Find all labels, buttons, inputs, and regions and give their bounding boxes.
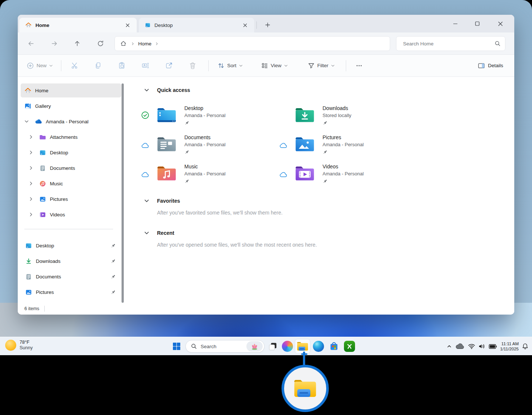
sidebar-item-label: Desktop (36, 243, 54, 248)
tab-home-close-icon[interactable] (123, 20, 132, 30)
sidebar-item-desktop[interactable]: Desktop (21, 145, 121, 160)
search-box[interactable] (396, 36, 505, 51)
sidebar-item-attachments[interactable]: Attachments (21, 130, 121, 144)
chevron-right-icon[interactable] (29, 150, 33, 155)
close-button[interactable] (492, 15, 509, 32)
share-button[interactable] (160, 58, 177, 73)
chevron-down-icon[interactable] (24, 119, 29, 124)
file-explorer-taskbar-button[interactable] (295, 339, 310, 354)
sidebar-item-label: Attachments (50, 134, 78, 140)
wifi-icon[interactable] (468, 343, 475, 349)
copilot-button[interactable] (281, 340, 294, 353)
breadcrumb-item[interactable]: Home (138, 41, 151, 47)
desktop-tab-icon (145, 22, 151, 28)
forward-button[interactable] (48, 37, 61, 50)
details-button[interactable]: Details (475, 58, 506, 73)
pin-icon (323, 179, 328, 184)
copy-button[interactable] (89, 58, 106, 73)
sidebar-pinned-downloads[interactable]: Downloads (21, 254, 121, 268)
tile-subtitle: Stored locally (323, 112, 351, 119)
battery-icon[interactable] (489, 344, 497, 349)
collapse-chevron-icon[interactable] (144, 230, 149, 236)
tray-chevron-icon[interactable] (447, 344, 452, 349)
breadcrumb-chevron-icon[interactable] (155, 42, 158, 45)
sidebar-item-documents[interactable]: Documents (21, 161, 121, 175)
view-button[interactable]: View (258, 58, 291, 73)
sidebar-pinned-desktop[interactable]: Desktop (21, 239, 121, 253)
maximize-button[interactable] (469, 15, 486, 32)
sidebar-item-label: Pictures (50, 196, 68, 202)
quick-access-tile-documents[interactable]: Documents Amanda - Personal (159, 134, 297, 155)
filter-button[interactable]: Filter (305, 58, 338, 73)
quick-access-tile-videos[interactable]: Videos Amanda - Personal (297, 163, 435, 184)
quick-access-tile-music[interactable]: Music Amanda - Personal (159, 163, 297, 184)
chevron-right-icon[interactable] (29, 197, 33, 201)
section-title: Favorites (157, 198, 180, 204)
up-button[interactable] (71, 37, 83, 50)
widgets-weather-button[interactable]: 78°F Sunny (5, 340, 33, 351)
sidebar-pinned-pictures[interactable]: Pictures (21, 285, 121, 299)
back-button[interactable] (25, 37, 37, 50)
onedrive-tray-icon[interactable] (455, 343, 465, 350)
bell-icon[interactable] (522, 343, 528, 350)
section-recent[interactable]: Recent (144, 229, 514, 237)
sidebar-item-onedrive[interactable]: Amanda - Personal (21, 114, 121, 128)
more-button[interactable] (351, 58, 368, 73)
chevron-down-icon (49, 64, 53, 68)
sidebar-item-music[interactable]: Music (21, 176, 121, 191)
downloads-icon (25, 258, 32, 265)
volume-icon[interactable] (478, 343, 485, 349)
share-icon (165, 62, 173, 69)
search-highlight-capsule (246, 341, 263, 351)
delete-button[interactable] (184, 58, 201, 73)
edge-button[interactable] (312, 340, 325, 353)
clock[interactable]: 11:11 AM 1/11/2025 (500, 341, 519, 351)
quick-access-tile-desktop[interactable]: Desktop Amanda - Personal (159, 105, 297, 126)
task-view-button[interactable] (266, 340, 279, 353)
new-button[interactable]: New (23, 58, 57, 73)
sidebar-item-gallery[interactable]: Gallery (21, 99, 121, 113)
sidebar-pinned-documents[interactable]: Documents (21, 270, 121, 284)
cut-button[interactable] (66, 58, 83, 73)
collapse-chevron-icon[interactable] (144, 198, 149, 203)
chevron-right-icon[interactable] (29, 166, 33, 170)
store-button[interactable] (327, 340, 341, 353)
sidebar-item-videos[interactable]: Videos (21, 208, 121, 222)
quick-access-tile-downloads[interactable]: Downloads Stored locally (297, 105, 435, 126)
xbox-button[interactable] (343, 340, 356, 353)
sidebar-scrollbar[interactable] (122, 83, 124, 303)
lotus-icon (250, 343, 259, 350)
sort-button[interactable]: Sort (215, 58, 246, 73)
paste-button[interactable] (113, 58, 130, 73)
tab-desktop-close-icon[interactable] (240, 20, 250, 30)
delete-icon (189, 62, 197, 69)
taskbar-search-input[interactable] (200, 343, 246, 350)
collapse-chevron-icon[interactable] (144, 88, 149, 93)
refresh-button[interactable] (94, 37, 107, 50)
new-tab-button[interactable] (262, 19, 273, 31)
chevron-right-icon[interactable] (29, 212, 33, 217)
tab-home[interactable]: Home (19, 18, 137, 32)
tab-desktop[interactable]: Desktop (139, 18, 254, 32)
chevron-right-icon[interactable] (29, 135, 33, 139)
quick-access-tile-pictures[interactable]: Pictures Amanda - Personal (297, 134, 435, 155)
pin-icon (184, 150, 190, 155)
sidebar-item-home[interactable]: Home (21, 83, 121, 97)
search-icon[interactable] (495, 41, 501, 47)
section-quick-access[interactable]: Quick access (144, 86, 514, 94)
tile-name: Pictures (323, 134, 364, 141)
tab-home-label: Home (35, 23, 50, 28)
taskbar-search-box[interactable] (185, 340, 265, 353)
folder-icon (39, 134, 46, 140)
breadcrumb[interactable]: Home (115, 36, 390, 51)
sidebar-item-pictures[interactable]: Pictures (21, 192, 121, 206)
taskbar: 78°F Sunny (0, 337, 532, 355)
rename-button[interactable] (137, 58, 154, 73)
minimize-button[interactable] (447, 15, 464, 32)
breadcrumb-home-icon[interactable] (120, 40, 127, 47)
search-input[interactable] (402, 41, 495, 47)
chevron-right-icon[interactable] (29, 181, 33, 186)
start-button[interactable] (170, 340, 183, 353)
section-favorites[interactable]: Favorites (144, 197, 514, 205)
toolbar-divider (61, 60, 61, 71)
